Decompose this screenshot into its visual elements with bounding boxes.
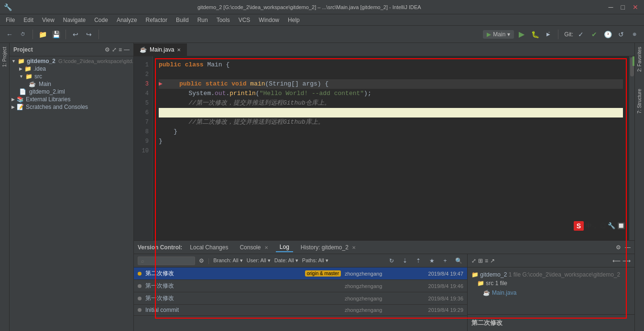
history-close-btn[interactable]: ✕ [352,245,356,250]
detail-group-btn[interactable]: ⊞ [478,257,483,264]
paths-filter[interactable]: Paths: All ▾ [302,257,328,264]
tree-root[interactable]: ▼ 📁 gitdemo_2 G:\code_2\idea_workspace\g… [10,57,133,65]
search-btn[interactable]: 🔍 [454,256,463,266]
add-btn[interactable]: + [440,256,450,266]
run-btn[interactable]: ▶ [516,29,527,40]
root-arrow-icon: ▼ [11,59,16,64]
left-side-panel: 1: Project [0,43,10,331]
tab-close-btn[interactable]: ✕ [177,47,181,53]
git-history-btn[interactable]: 🕐 [602,29,613,40]
panel-close-btn[interactable]: — [625,244,631,251]
detail-diff-btn[interactable]: ≡ [485,257,488,264]
vc-tab-history[interactable]: History: gitdemo_2 ✕ [297,243,360,252]
menu-item-tools[interactable]: Tools [213,16,234,24]
commit-branch-1: origin & master [305,270,341,277]
detail-open-btn[interactable]: ↗ [490,257,495,264]
menu-item-build[interactable]: Build [172,16,193,24]
panel-expand-icon[interactable]: ⤢ [112,46,117,53]
toolbar-open-btn[interactable]: 📁 [37,29,48,40]
git-search-input[interactable] [138,256,195,265]
project-panel-header: Project ⚙ ⤢ ≡ — [10,43,133,56]
change-indicator [633,56,634,66]
vc-tab-console[interactable]: Console ✕ [236,243,272,252]
vc-tab-log[interactable]: Log [276,243,293,252]
main-java-detail-name: Main.java [492,289,516,296]
toolbar-redo-btn[interactable]: ↪ [83,29,95,40]
main-layout: 1: Project Project ⚙ ⤢ ≡ — ▼ 📁 gitdemo_2 [0,43,644,331]
menu-item-code[interactable]: Code [90,16,112,24]
repo-file-count: 1 file G:\code_2\idea_workspace\gitdemo_… [509,271,620,278]
close-btn[interactable]: ✕ [631,3,640,11]
detail-align-left-btn[interactable]: ⟵ [612,257,621,264]
detail-main-java[interactable]: ☕ Main.java [471,288,631,297]
src-folder-name: src [34,73,42,80]
commit-date-3: 2019/8/4 19:36 [406,296,463,301]
tree-main-java[interactable]: ☕ Main [10,80,133,88]
menu-item-vcs[interactable]: VCS [235,16,254,24]
git-push-btn[interactable]: ⊕ [629,29,640,40]
panel-settings-btn[interactable]: ⚙ [616,244,621,251]
maximize-btn[interactable]: □ [619,3,627,11]
editor-and-bottom: ☕ Main.java ✕ 1 2 3 4 5 6 [134,43,634,331]
commit-row-4[interactable]: Initial commit zhongzhengang 2019/8/4 19… [134,305,467,316]
date-filter[interactable]: Date: All ▾ [274,257,298,264]
idea-folder-icon: 📁 [24,65,32,72]
menu-item-window[interactable]: Window [255,16,283,24]
toolbar-undo-btn[interactable]: ↩ [70,29,81,40]
tab-name: Main.java [150,46,174,53]
commit-msg-1: 第二次修改 [145,269,301,278]
commit-date-4: 2019/8/4 19:29 [406,307,463,313]
menu-item-file[interactable]: File [2,16,19,24]
panel-minimize-icon[interactable]: — [124,46,130,53]
menu-item-analyze[interactable]: Analyze [113,16,141,24]
menu-item-edit[interactable]: Edit [20,16,37,24]
project-side-tab[interactable]: 1: Project [1,45,8,69]
editor-tab-main-java[interactable]: ☕ Main.java ✕ [134,43,187,56]
menu-item-view[interactable]: View [38,16,58,24]
toolbar-save-btn[interactable]: 💾 [50,29,62,40]
favorites-side-tab[interactable]: 2: Favorites [636,45,643,74]
refresh-btn[interactable]: ↻ [387,256,396,266]
git-update-btn[interactable]: ✓ [575,29,587,40]
scratches-arrow-icon: ▶ [11,105,15,109]
tree-src-folder[interactable]: ▼ 📁 src [10,73,133,80]
tree-scratches[interactable]: ▶ 📝 Scratches and Consoles [10,103,133,111]
toolbar-recent-files-btn[interactable]: ⏱ [17,29,29,40]
commit-row-3[interactable]: 第一次修改 zhongzhengang 2019/8/4 19:36 [134,292,467,305]
menu-item-help[interactable]: Help [284,16,304,24]
push-btn[interactable]: ⇡ [414,256,423,266]
git-label: Git: [564,31,573,38]
star-btn[interactable]: ★ [427,256,437,266]
detail-align-right-btn[interactable]: ⟶ [622,257,631,264]
code-line-1: public class Main { [159,60,623,70]
watermark: S 中·。◎ 🔧 🔲 [574,221,625,231]
git-commit-btn[interactable]: ✔ [589,29,600,40]
panel-settings-icon[interactable]: ⚙ [105,46,110,53]
menu-item-refactor[interactable]: Refactor [142,16,171,24]
coverage-btn[interactable]: ▶̈ [543,29,554,40]
code-line-6 [159,108,623,117]
minimize-btn[interactable]: ─ [607,3,615,11]
tree-external-libraries[interactable]: ▶ 📚 External Libraries [10,96,133,103]
user-filter[interactable]: User: All ▾ [247,257,271,264]
vc-tab-local-changes[interactable]: Local Changes [186,243,232,252]
window-controls: ─ □ ✕ [607,3,640,11]
root-name: gitdemo_2 [27,58,55,64]
tree-idea-folder[interactable]: ▶ 📁 .idea [10,65,133,73]
tree-iml-file[interactable]: 📄 gitdemo_2.iml [10,88,133,96]
pull-btn[interactable]: ⇣ [400,256,410,266]
git-settings-btn[interactable]: ⚙ [199,257,204,264]
panel-gear-icon[interactable]: ≡ [119,46,122,53]
menu-item-run[interactable]: Run [194,16,212,24]
menu-item-navigate[interactable]: Navigate [59,16,89,24]
console-close-btn[interactable]: ✕ [264,245,268,250]
debug-btn[interactable]: 🐛 [529,29,541,40]
detail-expand-btn[interactable]: ⤢ [471,257,476,264]
structure-side-tab[interactable]: 7: Structure [636,87,643,116]
commit-row-1[interactable]: 第二次修改 origin & master zhongzhengang 2019… [134,267,467,280]
git-revert-btn[interactable]: ↺ [615,29,627,40]
toolbar-back-btn[interactable]: ← [4,29,15,40]
commit-row-2[interactable]: 第一次修改 zhongzhengang 2019/8/4 19:46 [134,280,467,292]
branch-filter[interactable]: Branch: All ▾ [213,257,243,264]
run-config-selector[interactable]: ▶ Main ▾ [483,30,514,39]
